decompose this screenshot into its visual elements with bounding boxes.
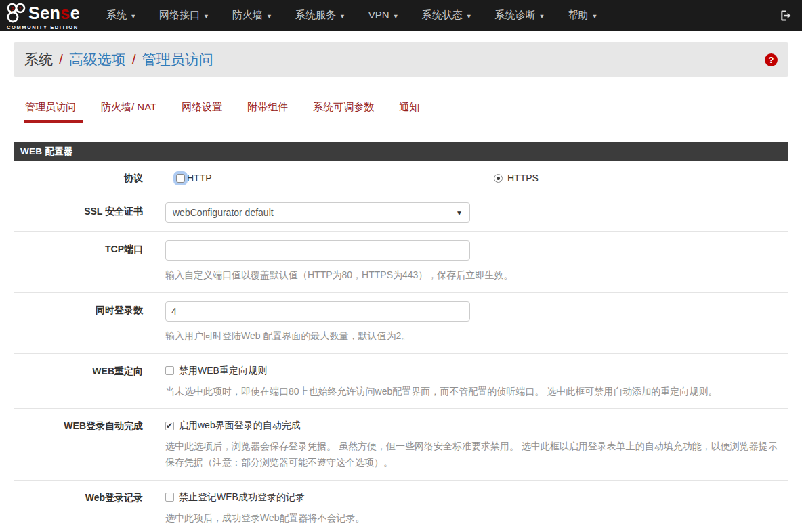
select-caret-icon: ▼ (456, 209, 463, 217)
login-logging-checkbox-label: 禁止登记WEB成功登录的记录 (179, 491, 305, 504)
breadcrumb-link-advanced[interactable]: 高级选项 (69, 50, 126, 69)
breadcrumb: 系统 / 高级选项 / 管理员访问 ? (14, 42, 788, 77)
login-logging-label: Web登录记录 (14, 489, 143, 527)
menu-help[interactable]: 帮助▼ (556, 0, 609, 32)
sign-out-icon (779, 9, 793, 22)
login-autocomplete-checkbox[interactable] (165, 422, 174, 430)
max-login-label: 同时登录数 (14, 301, 143, 345)
brand-edition: COMMUNITY EDITION (7, 25, 80, 30)
protocol-label: 协议 (14, 169, 143, 185)
breadcrumb-separator: / (59, 51, 63, 68)
login-logging-checkbox[interactable] (165, 493, 174, 502)
http-radio-label: HTTP (187, 173, 212, 183)
ssl-certificate-label: SSL 安全证书 (14, 202, 143, 223)
login-autocomplete-help: 选中此选项后，浏览器会保存登录凭据。 虽然方便，但一些网络安全标准要求禁用。 选… (165, 439, 781, 471)
top-navbar: p f Sense COMMUNITY EDITION 系统▼ 网络接口▼ 防火… (0, 0, 802, 31)
chevron-down-icon: ▼ (539, 13, 545, 20)
pfsense-logo-icon: p f (5, 2, 27, 24)
help-icon[interactable]: ? (765, 53, 778, 66)
row-login-logging: Web登录记录 禁止登记WEB成功登录的记录 选中此项后，成功登录Web配置器将… (14, 480, 788, 532)
chevron-down-icon: ▼ (393, 13, 399, 20)
chevron-down-icon: ▼ (339, 13, 345, 20)
protocol-https-option[interactable]: HTTPS (494, 173, 539, 183)
logout-button[interactable] (779, 9, 793, 22)
ssl-certificate-select[interactable]: webConfigurator default ▼ (165, 202, 470, 223)
menu-status[interactable]: 系统状态▼ (410, 0, 484, 32)
row-protocol: 协议 HTTP HTTPS (14, 161, 788, 194)
login-logging-help: 选中此项后，成功登录Web配置器将不会记录。 (165, 510, 781, 527)
webgui-redirect-option[interactable]: 禁用WEB重定向规则 (165, 362, 781, 377)
panel-body: 协议 HTTP HTTPS SSL 安全证书 web (14, 161, 788, 532)
chevron-down-icon: ▼ (203, 13, 209, 20)
menu-interfaces[interactable]: 网络接口▼ (148, 0, 221, 32)
breadcrumb-section: 系统 (24, 50, 53, 69)
svg-text:p: p (11, 5, 14, 12)
row-webgui-redirect: WEB重定向 禁用WEB重定向规则 当未选中此项时，即使在端口80上也始终允许访… (14, 353, 788, 409)
menu-diagnostics[interactable]: 系统诊断▼ (484, 0, 557, 32)
chevron-down-icon: ▼ (591, 13, 597, 20)
ssl-certificate-selected-value: webConfigurator default (173, 207, 274, 218)
webgui-redirect-checkbox-label: 禁用WEB重定向规则 (179, 365, 267, 377)
tab-system-tunables[interactable]: 系统可调参数 (313, 101, 374, 123)
chevron-down-icon: ▼ (266, 13, 272, 20)
menu-vpn[interactable]: VPN▼ (357, 0, 410, 32)
protocol-http-option[interactable]: HTTP (165, 173, 494, 183)
chevron-down-icon: ▼ (466, 13, 472, 20)
login-autocomplete-option[interactable]: 启用web界面登录的自动完成 (165, 417, 781, 432)
menu-system[interactable]: 系统▼ (95, 0, 148, 32)
tab-admin-access[interactable]: 管理员访问 (25, 101, 76, 123)
tab-firewall-nat[interactable]: 防火墙/ NAT (101, 101, 156, 123)
row-ssl-certificate: SSL 安全证书 webConfigurator default ▼ (14, 194, 788, 231)
webgui-redirect-label: WEB重定向 (14, 362, 143, 400)
webgui-redirect-checkbox[interactable] (165, 366, 174, 375)
menu-firewall[interactable]: 防火墙▼ (221, 0, 284, 32)
tcp-port-input[interactable] (165, 240, 470, 261)
https-radio-label: HTTPS (507, 173, 539, 183)
row-tcp-port: TCP端口 输入自定义端口值以覆盖默认值（HTTP为80，HTTPS为443），… (14, 231, 788, 292)
webconfigurator-panel: WEB 配置器 协议 HTTP HTTPS SSL 安全证书 (14, 142, 788, 532)
chevron-down-icon: ▼ (130, 13, 136, 20)
webgui-redirect-help: 当未选中此项时，即使在端口80上也始终允许访问web配置界面，而不管配置的侦听端… (165, 384, 781, 400)
tcp-port-help: 输入自定义端口值以覆盖默认值（HTTP为80，HTTPS为443），保存后立即生… (165, 267, 781, 284)
tab-notifications[interactable]: 通知 (399, 101, 419, 123)
panel-title: WEB 配置器 (14, 142, 788, 161)
login-autocomplete-label: WEB登录自动完成 (14, 417, 143, 471)
settings-tabs: 管理员访问 防火墙/ NAT 网络设置 附带组件 系统可调参数 通知 (14, 101, 788, 123)
http-radio[interactable] (176, 174, 185, 183)
row-login-autocomplete: WEB登录自动完成 启用web界面登录的自动完成 选中此选项后，浏览器会保存登录… (14, 408, 788, 480)
max-login-help: 输入用户同时登陆Web 配置界面的最大数量，默认值为2。 (165, 328, 781, 345)
main-menu: 系统▼ 网络接口▼ 防火墙▼ 系统服务▼ VPN▼ 系统状态▼ 系统诊断▼ 帮助… (95, 0, 609, 32)
breadcrumb-link-admin-access[interactable]: 管理员访问 (142, 50, 213, 69)
tcp-port-label: TCP端口 (14, 240, 143, 284)
https-radio[interactable] (494, 174, 503, 183)
breadcrumb-separator: / (132, 51, 136, 68)
login-logging-option[interactable]: 禁止登记WEB成功登录的记录 (165, 489, 781, 504)
brand-name: Sense (28, 5, 80, 22)
pfsense-logo[interactable]: p f Sense COMMUNITY EDITION (5, 1, 80, 30)
tab-miscellaneous[interactable]: 附带组件 (247, 101, 288, 123)
tab-networking[interactable]: 网络设置 (182, 101, 222, 123)
login-autocomplete-checkbox-label: 启用web界面登录的自动完成 (179, 420, 301, 432)
menu-services[interactable]: 系统服务▼ (284, 0, 357, 32)
svg-text:f: f (19, 5, 21, 12)
max-login-input[interactable] (165, 301, 470, 322)
row-max-login: 同时登录数 输入用户同时登陆Web 配置界面的最大数量，默认值为2。 (14, 292, 788, 353)
